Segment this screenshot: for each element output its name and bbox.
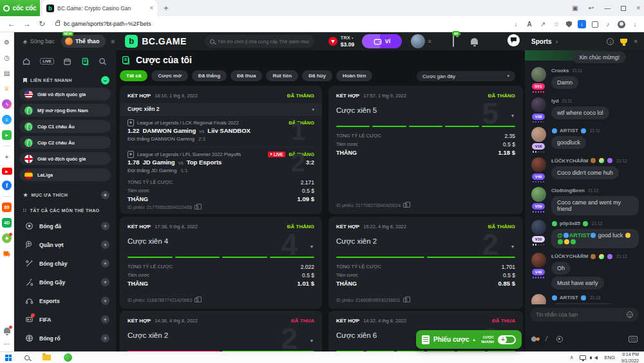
avatar[interactable] bbox=[531, 67, 546, 82]
sidebar-item-baseball[interactable]: Bóng chày+ bbox=[14, 254, 116, 273]
share-icon[interactable]: ↗ bbox=[539, 21, 547, 28]
avatar[interactable] bbox=[531, 220, 546, 235]
back-icon[interactable]: ← bbox=[8, 19, 15, 28]
taskbar-search-icon[interactable] bbox=[24, 355, 30, 360]
my-bets-icon[interactable] bbox=[81, 57, 90, 66]
notifications-bell-icon[interactable] bbox=[4, 328, 10, 333]
close-window-button[interactable]: × bbox=[636, 5, 640, 12]
file-explorer-icon[interactable] bbox=[43, 355, 51, 360]
bet-name-row[interactable]: Cược xiên 22▾ bbox=[336, 235, 515, 255]
chat-room-label[interactable]: Sports bbox=[531, 38, 552, 45]
tab-close-icon[interactable]: × bbox=[149, 5, 153, 12]
emoji-picker-icon[interactable] bbox=[627, 311, 633, 318]
expand-sport-button[interactable]: + bbox=[101, 297, 109, 305]
chat-close-icon[interactable]: × bbox=[634, 38, 638, 45]
expand-sport-button[interactable]: + bbox=[101, 334, 109, 342]
chat-username[interactable]: p0p3x85 bbox=[560, 221, 580, 226]
messenger-icon[interactable]: ϟ bbox=[2, 99, 12, 109]
bet-name-row[interactable]: Cược xiên 2▴ bbox=[120, 103, 322, 115]
chat-username[interactable]: Crooks bbox=[551, 68, 569, 74]
avatar[interactable] bbox=[531, 187, 546, 202]
chat-username[interactable]: ARTIST bbox=[560, 128, 578, 133]
expand-sport-button[interactable]: + bbox=[101, 222, 109, 230]
add-favorite-button[interactable]: + bbox=[101, 191, 109, 199]
download-page-icon[interactable]: ↓ bbox=[512, 21, 520, 28]
avatar[interactable] bbox=[531, 253, 546, 268]
bet-card[interactable]: KẾT HỢP15:22, 4 thg 8, 2022ĐÃ THẮNGCược … bbox=[328, 217, 523, 309]
bet-name-row[interactable]: Cược xiên 55▾ bbox=[336, 104, 515, 124]
sidebar-item-soccer[interactable]: Bóng đá+ bbox=[14, 217, 116, 235]
cart-app-icon[interactable]: ⛟ bbox=[2, 249, 12, 259]
copy-icon[interactable] bbox=[194, 205, 198, 210]
youtube-icon[interactable]: ▶ bbox=[2, 168, 12, 175]
wallet-button[interactable]: Ví bbox=[362, 34, 402, 48]
restore-session-icon[interactable]: ↩ bbox=[589, 5, 594, 12]
calendar-icon[interactable] bbox=[63, 57, 71, 66]
more-icon[interactable]: ⋯ bbox=[2, 339, 12, 349]
currency-selector[interactable]: TRX▾ $3.09 bbox=[328, 35, 354, 47]
expand-sport-button[interactable]: + bbox=[101, 278, 109, 286]
network-icon[interactable] bbox=[580, 355, 586, 360]
url-text[interactable]: bc.game/sports?bt-path=%2Fbets bbox=[64, 21, 151, 27]
alerts-bell-icon[interactable] bbox=[471, 38, 478, 44]
bookmark-star-icon[interactable]: ☆ bbox=[553, 21, 560, 28]
translate-icon[interactable]: A bbox=[526, 21, 533, 28]
games-icon[interactable]: ▸ bbox=[2, 130, 12, 140]
sidebar-quick-link[interactable]: Cúp C1 châu Âu bbox=[19, 120, 111, 133]
expand-sport-button[interactable]: + bbox=[101, 240, 109, 249]
expand-icon[interactable]: ▾ bbox=[511, 113, 514, 119]
trophy-icon[interactable] bbox=[620, 39, 627, 44]
coccoc-taskbar-icon[interactable] bbox=[64, 353, 72, 362]
user-avatar[interactable] bbox=[411, 34, 425, 48]
reading-list-icon[interactable]: ▤ bbox=[2, 68, 12, 78]
chat-username[interactable]: ŁŬČKYCHÄŘM bbox=[551, 253, 588, 259]
chevron-right-icon[interactable]: › bbox=[556, 38, 558, 45]
filter-tab[interactable]: Đã thắng bbox=[192, 70, 227, 81]
taskbar-clock[interactable]: 9:14 PM9/1/2022 bbox=[621, 351, 639, 363]
avatar[interactable] bbox=[531, 127, 546, 142]
sidebar-quick-link[interactable]: Giải vô địch quốc gia bbox=[19, 152, 111, 165]
bet-name-row[interactable]: Cược xiên 22▾ bbox=[128, 329, 314, 349]
bet-name-row[interactable]: Cược xiên 44▾ bbox=[128, 235, 314, 255]
chat-input-wrap[interactable] bbox=[530, 308, 639, 322]
avatar[interactable] bbox=[531, 157, 546, 172]
sidebar-quick-link[interactable]: LaLiga bbox=[19, 168, 111, 181]
sidebar-search-icon[interactable] bbox=[99, 57, 107, 66]
crown-icon[interactable]: ♕ bbox=[2, 84, 12, 93]
filter-tab[interactable]: Rút tiền bbox=[266, 70, 298, 81]
plant-app-icon[interactable]: ♣ bbox=[2, 233, 12, 243]
reload-icon[interactable]: ↻ bbox=[39, 19, 45, 28]
minimize-button[interactable]: — bbox=[604, 5, 611, 12]
sidebar-quick-link[interactable]: Cúp C2 châu Âu bbox=[19, 136, 111, 149]
tray-expand-icon[interactable]: ∧ bbox=[570, 355, 574, 360]
facebook-icon[interactable]: f bbox=[2, 181, 12, 190]
avatar[interactable] bbox=[531, 294, 546, 304]
live-tab[interactable]: LIVE bbox=[40, 58, 53, 64]
add-shortcut-icon[interactable]: + bbox=[2, 152, 12, 162]
filter-tab[interactable]: Tất cả bbox=[120, 70, 147, 81]
account-menu-icon[interactable]: ≡ bbox=[428, 38, 431, 44]
media-extension-icon[interactable]: ♪ bbox=[604, 21, 612, 28]
start-button[interactable] bbox=[5, 355, 12, 361]
bet-card[interactable]: KẾT HỢP17:57, 1 thg 9, 2022ĐÃ THẮNGCược … bbox=[328, 86, 523, 214]
extensions-icon[interactable] bbox=[592, 21, 598, 28]
expand-sport-button[interactable]: + bbox=[101, 259, 109, 268]
shopping-app-icon[interactable]: 89 bbox=[2, 202, 12, 212]
collapse-icon[interactable]: ▴ bbox=[312, 106, 314, 112]
coin-drop-icon[interactable] bbox=[556, 336, 563, 342]
new-tab-button[interactable]: + bbox=[164, 3, 169, 13]
history-icon[interactable]: ◷ bbox=[2, 53, 12, 63]
lottery-app-icon[interactable]: 4D bbox=[2, 218, 12, 228]
commands-icon[interactable]: / bbox=[545, 335, 547, 342]
casino-spade-icon[interactable]: ♠ bbox=[23, 37, 27, 45]
language-indicator[interactable]: ENG bbox=[604, 355, 614, 360]
browser-tab[interactable]: b BC.Game: Crypto Casino Gan × bbox=[43, 0, 157, 16]
nav-menu-icon[interactable]: ≡ bbox=[111, 38, 115, 45]
expand-icon[interactable]: ▾ bbox=[310, 244, 313, 250]
chat-app-icon[interactable]: c bbox=[2, 115, 12, 124]
collapse-quick-links-button[interactable]: – bbox=[101, 76, 109, 84]
quick-bet-toggle[interactable] bbox=[498, 335, 516, 344]
bet-card[interactable]: KẾT HỢP18:10, 1 thg 9, 2022ĐÃ THẮNGCược … bbox=[120, 86, 322, 214]
chat-username[interactable]: ŁŬČKYCHÄŘM bbox=[551, 158, 588, 164]
sidebar-item-esports[interactable]: Esports+ bbox=[14, 291, 116, 310]
